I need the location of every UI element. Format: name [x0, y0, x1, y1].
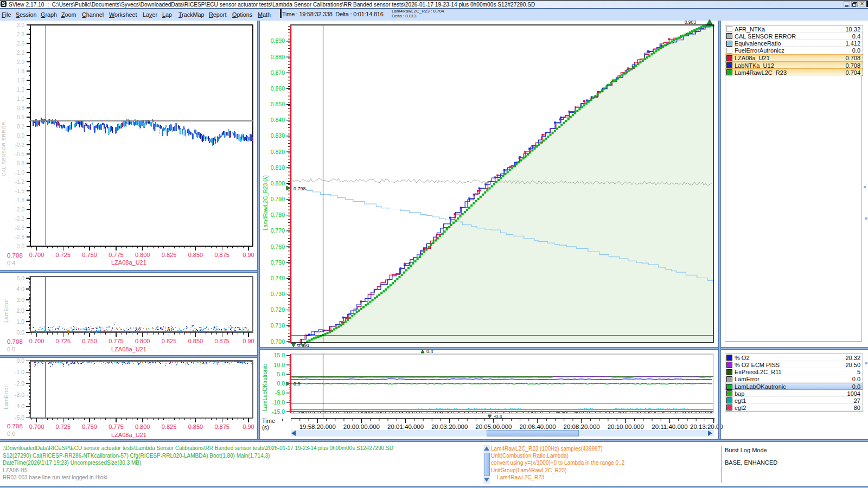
svg-text:0.4: 0.4	[426, 349, 433, 354]
svg-text:0.860: 0.860	[271, 85, 285, 92]
svg-text:0.840: 0.840	[271, 117, 285, 123]
svg-text:0.730: 0.730	[271, 291, 285, 297]
svg-text:0.810: 0.810	[271, 164, 285, 171]
svg-text:0.903: 0.903	[685, 20, 697, 25]
svg-text:0.820: 0.820	[271, 149, 285, 155]
svg-text:10.0: 10.0	[274, 362, 285, 368]
svg-text:-5.0: -5.0	[275, 389, 285, 396]
svg-text:0.830: 0.830	[271, 132, 285, 139]
svg-text:0.0: 0.0	[277, 380, 285, 387]
svg-text:20:11:40.000: 20:11:40.000	[652, 423, 687, 430]
svg-text:0.880: 0.880	[271, 54, 285, 60]
svg-text:20:05:00.000: 20:05:00.000	[475, 423, 512, 430]
svg-text:0.700: 0.700	[271, 338, 285, 345]
svg-text:19:58:20.000: 19:58:20.000	[299, 423, 336, 430]
svg-text:20:01:40.000: 20:01:40.000	[387, 423, 424, 430]
svg-text:20:06:40.000: 20:06:40.000	[519, 423, 556, 430]
svg-text:0.691: 0.691	[297, 343, 310, 348]
svg-text:-10.0: -10.0	[272, 399, 285, 406]
svg-text:0.750: 0.750	[271, 259, 285, 266]
svg-text:5.0: 5.0	[277, 371, 285, 377]
svg-text:0.790: 0.790	[271, 196, 285, 202]
svg-text:20:10:00.000: 20:10:00.000	[608, 423, 644, 430]
svg-text:0.740: 0.740	[271, 275, 285, 281]
svg-text:0.890: 0.890	[271, 37, 285, 44]
svg-text:0.760: 0.760	[271, 243, 285, 250]
svg-text:0.720: 0.720	[271, 306, 285, 313]
svg-text:0.0: 0.0	[293, 381, 301, 387]
svg-text:0.798: 0.798	[293, 186, 306, 191]
svg-text:20:03:20.000: 20:03:20.000	[431, 423, 468, 430]
svg-text:0.770: 0.770	[271, 227, 285, 234]
svg-text:0.780: 0.780	[271, 211, 285, 218]
svg-text:0.800: 0.800	[271, 180, 285, 187]
svg-text:0.850: 0.850	[271, 101, 285, 107]
svg-text:0.710: 0.710	[271, 322, 285, 329]
svg-text:15.0: 15.0	[274, 352, 285, 358]
svg-text:20:08:20.000: 20:08:20.000	[564, 423, 600, 430]
svg-text:-15.0: -15.0	[272, 408, 285, 415]
svg-text:0.870: 0.870	[271, 69, 285, 76]
svg-text:20:00:00.000: 20:00:00.000	[343, 423, 380, 430]
